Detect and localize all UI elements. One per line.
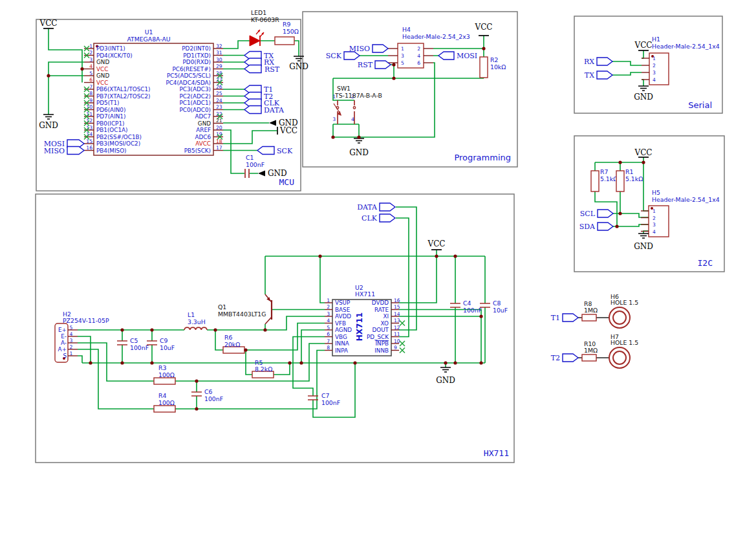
led1-part: KT-0603R (251, 16, 279, 23)
u1-pin-number: 32 (216, 43, 222, 49)
h4-pin-number: 3 (401, 53, 404, 59)
u2-pin-name: BASE (335, 307, 350, 313)
r2-value: 10kΩ (490, 63, 506, 71)
r7-value: 5.1kΩ (600, 175, 618, 182)
u2-pin-number: 7 (327, 338, 330, 344)
u1-pin-name: PD2(INT0) (182, 45, 211, 52)
scl-net-flag[interactable] (598, 210, 613, 217)
u1-pin-number: 5 (89, 71, 92, 76)
u1-pin-number: 9 (89, 98, 92, 104)
led1-symbol[interactable] (250, 30, 264, 46)
junction-dot (642, 160, 645, 164)
u1-pin-number: 6 (89, 77, 92, 83)
rst-net-flag[interactable] (375, 61, 391, 69)
r3-resistor[interactable] (154, 378, 175, 384)
u2-pin-number: 5 (327, 325, 330, 331)
r7-resistor[interactable] (591, 171, 599, 191)
u2-pin-number: 13 (394, 318, 400, 323)
data-net-flag[interactable] (244, 106, 261, 114)
sck-net-flag[interactable] (257, 147, 274, 155)
h7-hole-pad[interactable] (609, 347, 630, 368)
rx-net-flag[interactable] (597, 58, 612, 65)
junction-dot (357, 135, 360, 138)
q1-part: MMBT4403LT1G (218, 311, 266, 318)
junction-dot (482, 47, 485, 50)
u1-pin-number: 4 (89, 63, 92, 69)
h2-part: PZ254V-11-05P (63, 317, 109, 324)
q1-transistor[interactable] (265, 294, 272, 324)
sda-net-label: SDA (579, 223, 596, 231)
serial-section-title: Serial (688, 100, 712, 110)
vcc-label: VCC (279, 126, 297, 135)
miso-net-flag[interactable] (373, 45, 388, 52)
junction-dot (615, 224, 618, 228)
c9-value: 10uF (160, 344, 175, 351)
u1-pin-name: PB2(SS#/OC1B) (96, 134, 142, 140)
junction-dot (47, 74, 50, 77)
r8-resistor[interactable] (582, 314, 596, 321)
h5-header-body[interactable] (649, 206, 669, 237)
r9-resistor[interactable] (275, 37, 294, 45)
gnd-label: GND (289, 62, 308, 71)
h6-hole-pad[interactable] (609, 307, 630, 328)
r1-resistor[interactable] (616, 171, 624, 191)
u1-pin-name: AVCC (195, 140, 211, 147)
gnd-label: GND (436, 376, 455, 385)
t2-net-flag[interactable] (563, 354, 578, 362)
mosi-net-flag[interactable] (438, 52, 454, 60)
t1-net-label: T1 (551, 314, 560, 322)
sw1-pin-number: 3 (332, 116, 336, 122)
rst-net-flag[interactable] (244, 65, 261, 73)
u2-pin-number: 3 (327, 311, 330, 317)
c5-capacitor[interactable] (117, 341, 127, 345)
c4-capacitor[interactable] (450, 303, 460, 307)
u1-pin-number: 1 (89, 43, 92, 49)
h7-hole-inner (613, 351, 626, 364)
u1-pin-name: PB3(MOSI/OC2) (96, 140, 140, 147)
tx-net-flag[interactable] (597, 71, 612, 79)
u1-pin-number: 25 (216, 91, 222, 96)
clk-net-flag[interactable] (380, 214, 395, 222)
t1-net-flag[interactable] (563, 314, 578, 322)
miso-net-flag[interactable] (67, 147, 84, 155)
hx711-section-title: HX711 (484, 448, 509, 458)
c1-value: 100nF (246, 161, 265, 168)
h4-part: Header-Male-2.54_2x3 (402, 33, 470, 40)
c6-capacitor[interactable] (191, 392, 202, 396)
h2-pin-number: 1 (70, 351, 73, 356)
r4-resistor[interactable] (154, 406, 175, 412)
l1-value: 3.3uH (188, 318, 206, 325)
gnd-icon (440, 367, 451, 372)
r6-ref: R6 (224, 334, 232, 341)
c1-capacitor[interactable] (245, 169, 249, 178)
u1-pin-name: VCC (96, 66, 108, 72)
gnd-arrow-icon (258, 171, 265, 177)
schematic-canvas[interactable]: PD3(INT1)1PD4(XCK/T0)2GND3VCC4GND5VCC6PB… (0, 0, 756, 535)
u1-pin-name: ADC6 (195, 134, 211, 140)
junction-dot (618, 212, 621, 215)
data-net-flag[interactable] (380, 203, 395, 211)
h5-ref: H5 (652, 189, 660, 196)
miso-net-label: MISO (44, 147, 65, 155)
u1-pin-number: 26 (216, 84, 222, 90)
u1-pin-name: PB4(MISO) (96, 147, 127, 154)
u1-pin-number: 18 (216, 138, 222, 144)
h2-pin-number: 5 (70, 325, 73, 331)
h2-pin-number: 3 (70, 338, 73, 344)
u2-pin-name: AVDD (335, 313, 351, 320)
no-connect-x-icon (400, 341, 405, 346)
r2-resistor[interactable] (480, 57, 488, 78)
gnd-label: GND (268, 169, 287, 178)
sck-net-label: SCK (277, 147, 293, 155)
sda-net-flag[interactable] (598, 223, 613, 230)
h1-part: Header-Male-2.54_1x4 (652, 43, 720, 50)
vcc-label: VCC (634, 148, 652, 157)
h6-hole-inner (613, 311, 626, 324)
gnd-label: GND (634, 242, 653, 251)
l1-inductor[interactable] (184, 327, 207, 330)
gnd-icon (43, 115, 54, 119)
r4-value: 100Ω (158, 399, 175, 406)
h2-pin-name: S (63, 353, 67, 359)
h4-pin-number: 1 (401, 46, 404, 52)
r10-resistor[interactable] (582, 355, 596, 361)
